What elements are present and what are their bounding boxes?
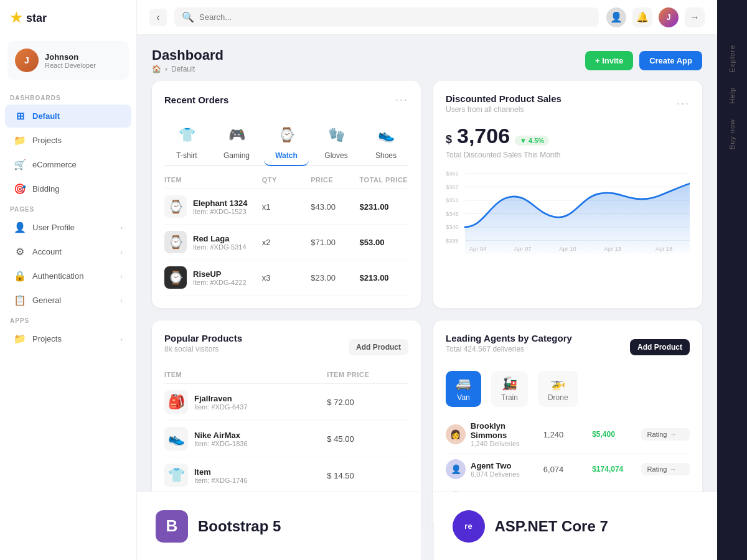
more-options-icon[interactable]: ··· — [677, 97, 690, 110]
product-price: $ 45.00 — [327, 434, 408, 444]
search-input[interactable] — [199, 12, 591, 22]
add-product-button[interactable]: Add Product — [349, 339, 408, 355]
buy-now-button[interactable]: Buy now — [725, 111, 740, 157]
page-header: Dashboard 🏠 › Default + Invite Create Ap… — [137, 35, 717, 81]
help-button[interactable]: Help — [725, 80, 740, 111]
bootstrap-title: Bootstrap 5 — [198, 518, 281, 535]
arrow-icon: → — [669, 431, 676, 438]
gaming-icon: 🎮 — [223, 121, 250, 149]
page-title: Dashboard — [152, 47, 223, 63]
leading-agents-header: Leading Agents by Category Total 424,567… — [446, 333, 690, 361]
tab-gloves[interactable]: 🧤 Gloves — [314, 116, 359, 166]
sidebar-item-label: Account — [32, 247, 62, 256]
notification-icon[interactable]: 🔔 — [632, 7, 652, 27]
product-name: Fjallraven — [194, 394, 248, 403]
order-tabs: 👕 T-shirt 🎮 Gaming ⌚ Watch 🧤 Gloves 👟 — [164, 116, 408, 166]
avatar[interactable]: 👤 — [606, 7, 626, 27]
product-name: Nike AirMax — [194, 431, 248, 440]
table-row: 👤 Agent Two 6,074 Deliveries 6,074 $174,… — [446, 454, 690, 485]
sidebar-item-projects[interactable]: 📁 Projects — [5, 129, 131, 152]
avatar: 👩 — [446, 424, 466, 444]
item-price: $71.00 — [311, 238, 359, 247]
chevron-down-icon: › — [120, 273, 123, 280]
add-product-button[interactable]: Add Product — [630, 339, 690, 355]
bootstrap-promo[interactable]: B Bootstrap 5 — [137, 492, 421, 560]
tab-shoes-label: Shoes — [375, 151, 397, 160]
product-icon: 🎒 — [164, 390, 188, 414]
sidebar-item-authentication[interactable]: 🔒 Authentication › — [5, 264, 131, 287]
collapse-button[interactable]: ‹ — [149, 9, 167, 26]
tab-van[interactable]: 🚐 Van — [446, 371, 481, 407]
sidebar-item-bidding[interactable]: 🎯 Bidding — [5, 177, 131, 200]
aspnet-promo[interactable]: re ASP.NET Core 7 — [434, 492, 718, 560]
rating-label: Rating — [647, 465, 667, 473]
explore-button[interactable]: Explore — [725, 37, 740, 80]
rating-button[interactable]: Rating → — [641, 428, 690, 441]
item-id: Item: #XDG-4222 — [193, 279, 247, 286]
sidebar-item-account[interactable]: ⚙ Account › — [5, 240, 131, 263]
rating-label: Rating — [647, 431, 667, 438]
svg-text:$346: $346 — [446, 210, 459, 217]
folder-icon: 📁 — [14, 134, 26, 146]
tab-shoes[interactable]: 👟 Shoes — [364, 116, 408, 166]
discounted-sales-title: Discounted Product Sales — [446, 93, 561, 104]
breadcrumb-current: Default — [171, 65, 195, 73]
item-name: Red Laga — [193, 234, 247, 243]
agent-count: 6,074 — [543, 465, 592, 474]
tab-drone[interactable]: 🚁 Drone — [538, 371, 578, 407]
svg-text:Apr 04: Apr 04 — [469, 245, 486, 251]
chevron-down-icon: › — [120, 248, 123, 256]
main-content: ‹ 🔍 👤 🔔 J → Dashboard 🏠 › Default + Invi… — [137, 0, 717, 560]
sidebar-item-user-profile[interactable]: 👤 User Profile › — [5, 216, 131, 239]
promo-overlay: B Bootstrap 5 re ASP.NET Core 7 — [137, 492, 717, 560]
sidebar-item-label: User Profile — [32, 223, 75, 232]
table-row: 👩 Brooklyn Simmons 1,240 Deliveries 1,24… — [446, 416, 690, 454]
user-profile-card[interactable]: J Johnson React Developer — [7, 41, 129, 80]
agent-deliveries: 1,240 Deliveries — [471, 440, 543, 447]
table-row: ⌚ Elephant 1324 Item: #XDG-1523 x1 $43.0… — [164, 189, 408, 225]
sales-description: Total Discounted Sales This Month — [446, 151, 690, 159]
tab-train[interactable]: 🚂 Train — [491, 371, 528, 407]
lock-icon: 🔒 — [14, 270, 26, 282]
tab-watch[interactable]: ⌚ Watch — [264, 116, 309, 166]
item-total: $53.00 — [360, 238, 408, 247]
tab-gaming[interactable]: 🎮 Gaming — [214, 116, 259, 166]
create-app-button[interactable]: Create App — [639, 51, 702, 70]
popular-products-subtitle: 8k social visitors — [164, 345, 242, 353]
item-id: Item: #XDG-5314 — [193, 243, 247, 251]
sidebar: ★ star J Johnson React Developer DASHBOA… — [0, 0, 137, 560]
logo-text: star — [26, 12, 47, 25]
gear-icon: ⚙ — [14, 246, 26, 258]
user-avatar[interactable]: J — [659, 7, 679, 27]
sidebar-item-projects-app[interactable]: 📁 Projects › — [5, 327, 131, 350]
user-name: Johnson — [45, 52, 96, 62]
recent-orders-card: Recent Orders ··· 👕 T-shirt 🎮 Gaming ⌚ W… — [152, 81, 421, 308]
agent-info: 👩 Brooklyn Simmons 1,240 Deliveries — [446, 421, 543, 447]
chevron-down-icon: › — [120, 297, 123, 304]
col-price: ITEM PRICE — [327, 371, 408, 378]
tab-tshirt[interactable]: 👕 T-shirt — [164, 116, 209, 166]
promo-divider — [427, 492, 428, 529]
agent-info: 👤 Agent Two 6,074 Deliveries — [446, 459, 543, 479]
item-icon: ⌚ — [164, 231, 187, 253]
search-icon: 🔍 — [182, 11, 194, 23]
rating-button[interactable]: Rating → — [641, 463, 690, 475]
cart-icon: 🛒 — [14, 159, 26, 170]
more-options-icon[interactable]: ··· — [395, 93, 408, 106]
item-name: Elephant 1324 — [193, 198, 247, 208]
item-price: $43.00 — [311, 202, 359, 212]
sidebar-item-default[interactable]: ⊞ Default — [5, 105, 131, 128]
table-row: 👟 Nike AirMax Item: #XDG-1836 $ 45.00 — [164, 421, 408, 457]
leading-agents-subtitle: Total 424,567 deliveries — [446, 345, 572, 353]
order-item: ⌚ Red Laga Item: #XDG-5314 — [164, 231, 262, 253]
arrow-right-icon[interactable]: → — [685, 7, 705, 27]
invite-button[interactable]: + Invite — [585, 51, 633, 70]
sidebar-item-general[interactable]: 📋 General › — [5, 289, 131, 312]
agent-earnings: $174,074 — [592, 465, 641, 474]
sidebar-item-ecommerce[interactable]: 🛒 eCommerce — [5, 153, 131, 176]
item-qty: x3 — [262, 273, 311, 282]
trend-icon: ▼ — [520, 137, 527, 144]
product-name: Item — [194, 467, 248, 477]
tab-gloves-label: Gloves — [324, 151, 347, 160]
svg-text:$340: $340 — [446, 223, 459, 230]
